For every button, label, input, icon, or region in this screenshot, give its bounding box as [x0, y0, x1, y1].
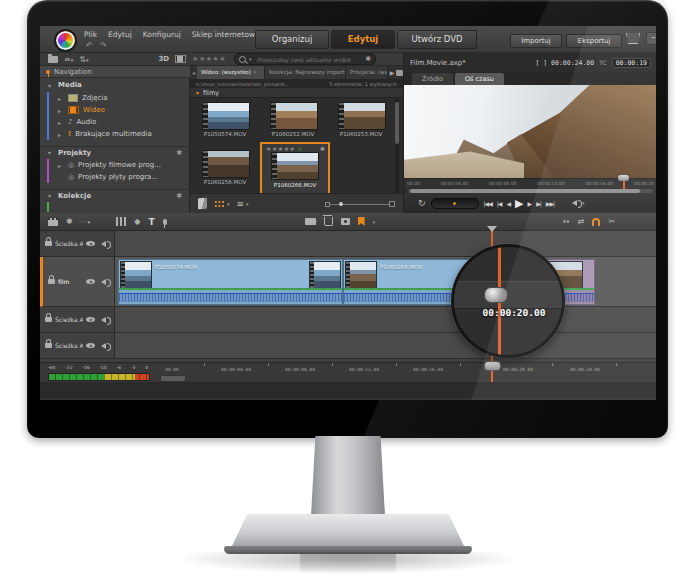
scrollbar-thumb[interactable] [395, 102, 399, 144]
go-to-start-button[interactable]: |◀◀ [484, 200, 492, 207]
magnet-snap-icon[interactable] [592, 218, 600, 226]
trash-icon[interactable] [324, 217, 333, 226]
list-view-icon[interactable]: ≡ [237, 200, 245, 208]
list-item-selected[interactable]: ★★★★★ ✓ ✱ P1060266.MOV [260, 142, 330, 198]
grid-view-chevron-icon[interactable]: ▾ [227, 201, 230, 207]
marker-chevron-icon[interactable]: ▾ [373, 219, 376, 225]
close-icon[interactable]: × [253, 69, 258, 75]
timeline-clip[interactable]: P1050574.MOV [118, 259, 343, 305]
track-lane-1[interactable] [115, 231, 656, 257]
search-input[interactable] [255, 55, 363, 64]
gear-icon[interactable]: ✱ [176, 192, 182, 200]
cart-icon[interactable] [626, 33, 640, 44]
sidebar-item-wideo[interactable]: ▸ Wideo [40, 104, 190, 116]
eye-icon[interactable] [86, 279, 95, 284]
list-view-chevron-icon[interactable]: ▾ [246, 201, 249, 207]
eye-icon[interactable] [86, 317, 95, 322]
thumbnail-zoom-slider[interactable] [325, 202, 395, 206]
tab-os-czasu[interactable]: Oś czasu [455, 73, 504, 85]
menu-plik[interactable]: Plik [84, 30, 97, 39]
minimize-button[interactable]: – [646, 32, 656, 45]
frame-forward-button[interactable]: ▶ [528, 200, 532, 207]
expand-icon[interactable]: ▸ [58, 119, 64, 126]
track-lane-3[interactable] [115, 307, 656, 333]
star-rating-filter[interactable]: ★★★★★ [192, 55, 226, 63]
lock-icon[interactable] [48, 279, 55, 284]
tab-zrodlo[interactable]: Źródło [412, 73, 453, 85]
tab-wideo-wszystko[interactable]: Wideo: (wszystko) × [197, 66, 265, 79]
menu-edytuj[interactable]: Edytuj [108, 30, 132, 39]
preview-playhead-handle[interactable] [618, 175, 629, 181]
volume-icon[interactable] [569, 200, 577, 206]
jog-shuttle[interactable] [431, 198, 479, 209]
lock-icon[interactable] [45, 317, 52, 322]
menu-konfiguruj[interactable]: Konfiguruj [143, 30, 181, 39]
audio-mixer-icon[interactable] [116, 217, 126, 226]
tab-organizuj[interactable]: Organizuj [255, 30, 329, 49]
track-header-film[interactable]: film [40, 257, 115, 307]
sidebar-item-projekty-filmowe[interactable]: ▸ ◎ Projekty filmowe prog... [40, 159, 190, 171]
marker-flag-icon[interactable] [358, 217, 365, 226]
nav-section-media[interactable]: ▾ Media [40, 79, 190, 91]
more-options-icon[interactable]: ⋯▾ [81, 218, 91, 226]
search-settings-icon[interactable]: ✱ [365, 55, 371, 63]
lock-icon[interactable] [45, 343, 52, 348]
clapperboard-icon[interactable] [48, 218, 58, 226]
expand-icon[interactable]: ▸ [58, 131, 64, 138]
insert-mode-icon[interactable]: ⇄ [578, 217, 585, 226]
speaker-icon[interactable] [98, 343, 106, 349]
grid-view-icon[interactable] [214, 200, 225, 208]
play-button[interactable]: ▶ [515, 197, 522, 210]
track-lane-4[interactable] [115, 333, 656, 359]
redo-icon[interactable]: ↷ [100, 41, 107, 50]
speaker-icon[interactable] [98, 241, 106, 247]
go-to-end-button[interactable]: ▶▶| [546, 200, 554, 207]
track-header-1[interactable]: Ścieżka A/W (... [40, 231, 115, 257]
list-item[interactable]: P1050574.MOV [194, 100, 256, 144]
voiceover-mic-icon[interactable] [163, 219, 167, 225]
eye-icon[interactable] [86, 343, 95, 348]
group-header-filmy[interactable]: ▾ filmy [190, 88, 403, 98]
expand-icon[interactable]: ▸ [58, 107, 64, 114]
track-header-3[interactable]: Ścieżka A/W (... [40, 307, 115, 333]
sidebar-item-audio[interactable]: ▸ ♪ Audio [40, 116, 190, 128]
group-collapse-icon[interactable]: ▾ [196, 89, 199, 96]
expand-icon[interactable]: ▸ [58, 162, 64, 169]
importuj-button[interactable]: Importuj [510, 34, 562, 48]
tab-scroll-left-icon[interactable]: ◂ [190, 69, 197, 76]
speaker-icon[interactable] [98, 279, 106, 285]
tab-utworz-dvd[interactable]: Utwórz DVD [397, 30, 477, 49]
playhead-top-marker[interactable] [487, 226, 497, 237]
speaker-icon[interactable] [98, 317, 106, 323]
library-scrollbar[interactable] [395, 98, 399, 198]
nav-section-projekty[interactable]: ▾ Projekty ✱ [40, 146, 190, 158]
gear-icon[interactable]: ✱ [176, 149, 182, 157]
search-chevron-icon[interactable]: ▾ [249, 56, 252, 62]
sort-icon[interactable]: ⇅▾ [79, 55, 88, 64]
previous-clip-button[interactable]: |◀ [497, 200, 502, 207]
volume-chevron-icon[interactable]: ▾ [582, 200, 585, 206]
eye-icon[interactable] [86, 241, 95, 246]
item-star-rating[interactable]: ★★★★★ ✓ [266, 145, 303, 152]
list-item[interactable]: P1060253.MOV [330, 100, 392, 144]
collapse-icon[interactable]: ▾ [48, 149, 54, 156]
snapshot-camera-icon[interactable] [341, 218, 350, 225]
timeline-horizontal-scrollbar[interactable] [160, 375, 186, 382]
menu-sklep[interactable]: Sklep internetowy [192, 30, 260, 39]
3d-toggle[interactable]: 3D [158, 55, 169, 63]
quick-import-icon[interactable] [48, 56, 58, 63]
sidebar-item-zdjecia[interactable]: ▸ Zdjęcia [40, 92, 190, 104]
zoom-in-icon[interactable] [389, 201, 395, 207]
list-item[interactable]: P1060256.MOV [194, 148, 256, 192]
film-camera-icon[interactable] [305, 218, 316, 225]
next-clip-button[interactable]: ▶| [536, 200, 541, 207]
lock-icon[interactable] [45, 241, 52, 246]
track-lane-film[interactable]: P1050574.MOV P1060266.MOV [115, 257, 656, 307]
tab-edytuj[interactable]: Edytuj [331, 30, 395, 49]
expand-icon[interactable]: ▸ [58, 95, 64, 102]
sidebar-item-projekty-plyty[interactable]: ▸ ◎ Projekty płyty progra... [40, 171, 190, 183]
loop-icon[interactable]: ↻ [418, 198, 426, 208]
keyframe-icon[interactable]: ◆ [134, 217, 140, 226]
title-tool-icon[interactable]: T [148, 217, 154, 227]
playhead-scrubber-handle[interactable] [484, 361, 501, 371]
